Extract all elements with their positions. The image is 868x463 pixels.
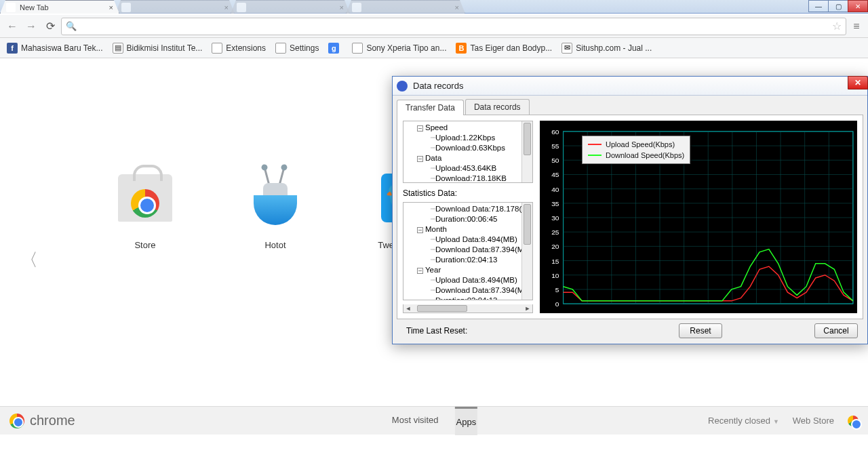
store-icon — [114, 167, 176, 229]
forward-button[interactable]: → — [23, 18, 39, 35]
tab-4[interactable]: × — [346, 0, 465, 14]
bookmarks-bar: fMahasiswa Baru Tek... ▤Bidikmisi Instit… — [0, 38, 868, 58]
blogger-icon: B — [456, 43, 467, 54]
page-icon — [352, 43, 363, 54]
svg-text:45: 45 — [551, 172, 559, 179]
tab-close-icon[interactable]: × — [109, 3, 113, 12]
window-titlebar: New Tab × × × × — ▢ ✕ — [0, 0, 868, 14]
scroll-right-icon[interactable]: ► — [523, 304, 532, 313]
tree-leaf: ┈Download:718.18KB — [406, 174, 531, 183]
app-label: Store — [134, 240, 155, 250]
google-icon: g — [328, 43, 339, 54]
tree-leaf: ┈Download Data:87.394(MB) — [406, 285, 531, 296]
bookmark-item[interactable]: ✉Situshp.com - Jual ... — [561, 43, 652, 54]
app-label: Hotot — [264, 240, 285, 250]
svg-text:50: 50 — [551, 157, 559, 164]
app-tile-hotot[interactable]: Hotot — [244, 167, 307, 250]
tab-favicon — [6, 3, 16, 12]
stats-label: Statistics Data: — [403, 188, 533, 198]
svg-text:35: 35 — [551, 200, 559, 207]
browser-toolbar: ← → ⟳ 🔍 ☆ ≡ — [0, 15, 868, 38]
tab-close-icon[interactable]: × — [224, 3, 229, 12]
tree-node-year[interactable]: –Year — [406, 265, 531, 275]
svg-text:60: 60 — [551, 128, 559, 136]
tab-data-records[interactable]: Data records — [465, 99, 530, 115]
window-maximize-button[interactable]: ▢ — [828, 0, 848, 12]
time-last-reset-label: Time Last Reset: — [406, 326, 467, 336]
bookmark-star-icon[interactable]: ☆ — [832, 20, 842, 33]
scroll-left-icon[interactable]: ◄ — [403, 304, 413, 313]
chrome-icon — [9, 414, 24, 428]
tab-close-icon[interactable]: × — [455, 3, 459, 12]
tab-3[interactable]: × — [231, 0, 350, 14]
h-scrollbar[interactable]: ◄ ► — [403, 304, 533, 313]
tree-leaf: ┈Duration:02:04:13 — [406, 296, 531, 300]
ntp-footer: chrome Most visited Apps Recently closed… — [0, 406, 868, 435]
omnibox[interactable]: 🔍 ☆ — [61, 18, 846, 35]
dialog-titlebar[interactable]: Data records ✕ — [393, 77, 867, 96]
cancel-button[interactable]: Cancel — [814, 323, 858, 338]
legend-swatch-upload — [588, 144, 601, 145]
current-tree[interactable]: –Speed ┈Upload:1.22Kbps ┈Download:0.63Kb… — [403, 121, 533, 183]
window-minimize-button[interactable]: — — [808, 0, 829, 12]
tree-node-data[interactable]: –Data — [406, 153, 531, 163]
tab-new-tab[interactable]: New Tab × — [0, 0, 119, 14]
stats-tree[interactable]: ┈Download Data:718.178(KB ┈Duration:00:0… — [403, 202, 533, 300]
footer-tab-apps[interactable]: Apps — [455, 407, 478, 435]
tree-leaf: ┈Download Data:87.394(MB) — [406, 245, 531, 255]
recently-closed-menu[interactable]: Recently closed▼ — [708, 416, 779, 426]
omnibox-input[interactable] — [81, 21, 828, 31]
prev-page-arrow-icon[interactable]: 〈 — [20, 248, 38, 272]
tab-close-icon[interactable]: × — [340, 3, 344, 12]
speed-chart: 051015202530354045505560 Upload Speed(Kb… — [540, 121, 857, 313]
tree-leaf: ┈Upload:453.64KB — [406, 163, 531, 174]
bookmark-item[interactable]: Extensions — [212, 43, 266, 54]
tree-leaf: ┈Download Data:718.178(KB — [406, 204, 531, 214]
mail-icon: ✉ — [561, 43, 572, 54]
tree-node-speed[interactable]: –Speed — [406, 123, 531, 133]
bookmark-item[interactable]: Sony Xperia Tipo an... — [352, 43, 446, 54]
dialog-close-button[interactable]: ✕ — [848, 76, 868, 89]
chrome-menu-icon[interactable]: ≡ — [849, 20, 864, 33]
svg-text:25: 25 — [551, 228, 559, 236]
svg-text:55: 55 — [551, 142, 559, 150]
back-button[interactable]: ← — [4, 18, 20, 35]
tab-favicon — [121, 3, 131, 12]
web-store-link[interactable]: Web Store — [793, 416, 834, 426]
bookmark-item[interactable]: ▤Bidikmisi Institut Te... — [113, 43, 203, 54]
reload-button[interactable]: ⟳ — [42, 18, 58, 35]
bookmark-item[interactable]: fMahasiswa Baru Tek... — [7, 43, 103, 54]
data-records-dialog: Data records ✕ Transfer Data Data record… — [392, 76, 868, 344]
bookmark-item[interactable]: BTas Eiger dan Bodyp... — [456, 43, 552, 54]
tree-leaf: ┈Duration:02:04:13 — [406, 255, 531, 265]
svg-text:15: 15 — [551, 258, 559, 265]
reset-button[interactable]: Reset — [679, 323, 722, 338]
app-tile-store[interactable]: Store — [114, 167, 176, 250]
search-icon: 🔍 — [66, 21, 77, 31]
tab-transfer-data[interactable]: Transfer Data — [397, 100, 464, 115]
hotot-icon — [244, 167, 307, 229]
bookmark-item[interactable]: Settings — [275, 43, 319, 54]
footer-tab-most-visited[interactable]: Most visited — [391, 407, 440, 435]
chrome-icon — [848, 416, 859, 426]
chrome-logo: chrome — [9, 413, 75, 428]
tab-2[interactable]: × — [115, 0, 235, 14]
chevron-down-icon: ▼ — [773, 418, 779, 425]
page-icon — [275, 43, 286, 54]
tab-label: New Tab — [20, 3, 49, 12]
chart-legend: Upload Speed(Kbps) Download Speed(Kbps) — [582, 136, 690, 164]
window-close-button[interactable]: ✕ — [848, 0, 868, 12]
page-icon: ▤ — [113, 43, 123, 54]
svg-text:20: 20 — [551, 243, 559, 250]
svg-text:40: 40 — [551, 186, 559, 193]
tree-leaf: ┈Download:0.63Kbps — [406, 143, 531, 153]
tree-leaf: ┈Upload Data:8.494(MB) — [406, 275, 531, 285]
svg-text:10: 10 — [551, 272, 559, 279]
tree-node-month[interactable]: –Month — [406, 224, 531, 235]
tab-favicon — [237, 3, 246, 12]
app-icon — [397, 81, 408, 92]
scrollbar[interactable] — [521, 203, 532, 300]
scrollbar[interactable] — [521, 121, 532, 182]
bookmark-item[interactable]: g — [328, 43, 342, 54]
svg-text:30: 30 — [551, 214, 559, 222]
